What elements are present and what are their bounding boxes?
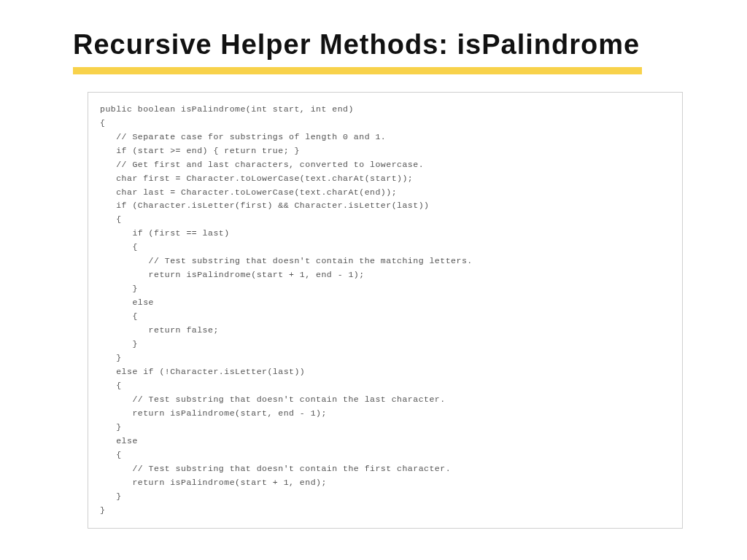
slide: Recursive Helper Methods: isPalindrome p…: [0, 0, 747, 560]
accent-bar: [73, 67, 642, 74]
slide-title: Recursive Helper Methods: isPalindrome: [73, 29, 674, 61]
code-listing: public boolean isPalindrome(int start, i…: [88, 92, 683, 529]
